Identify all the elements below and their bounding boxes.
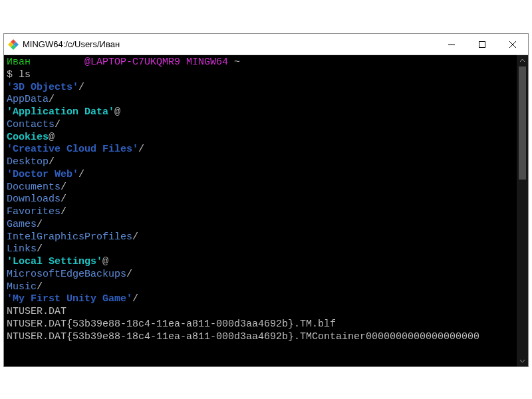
app-window: MINGW64:/c/Users/Иван Иван @LAPTOP-C7UKQ… (3, 33, 529, 367)
ls-item: Music (7, 281, 37, 293)
ls-suffix: / (37, 243, 43, 255)
ls-item: 'Doctor Web' (7, 169, 78, 180)
svg-rect-5 (479, 41, 485, 47)
ls-item: NTUSER.DAT{53b39e88-18c4-11ea-a811-000d3… (7, 331, 479, 342)
ls-row: 'Application Data'@ (7, 106, 514, 119)
ls-suffix: @ (114, 106, 120, 118)
ls-item: IntelGraphicsProfiles (7, 231, 132, 243)
prompt-symbol: $ (7, 69, 19, 80)
ls-row: AppData/ (7, 94, 514, 106)
prompt-env: MINGW64 (186, 57, 234, 68)
ls-suffix: / (49, 94, 55, 105)
ls-suffix: / (138, 144, 144, 155)
terminal[interactable]: Иван @LAPTOP-C7UKQMR9 MINGW64 ~$ ls'3D O… (4, 55, 517, 366)
ls-row: Cookies@ (7, 132, 514, 144)
ls-item: Links (7, 243, 37, 255)
scroll-up-button[interactable] (517, 55, 528, 66)
ls-suffix: / (132, 293, 138, 305)
ls-row: Music/ (7, 281, 514, 294)
ls-row: 'My First Unity Game'/ (7, 293, 514, 306)
ls-suffix: / (61, 182, 66, 193)
ls-item: '3D Objects' (7, 82, 78, 93)
command-text: ls (19, 69, 31, 80)
ls-item: 'Local Settings' (7, 256, 102, 267)
ls-item: NTUSER.DAT (7, 306, 66, 317)
window-controls (436, 34, 528, 55)
scroll-down-button[interactable] (517, 355, 528, 366)
ls-row: Games/ (7, 219, 514, 231)
prompt-cwd: ~ (234, 57, 240, 68)
scrollbar[interactable] (517, 55, 528, 366)
ls-suffix: @ (49, 132, 55, 143)
ls-row: NTUSER.DAT (7, 306, 514, 319)
ls-item: 'Creative Cloud Files' (7, 144, 138, 155)
ls-item: Favorites (7, 206, 61, 217)
prompt-user: Иван (7, 57, 84, 68)
ls-item: NTUSER.DAT{53b39e88-18c4-11ea-a811-000d3… (7, 319, 336, 330)
ls-suffix: / (126, 269, 132, 280)
ls-item: 'My First Unity Game' (7, 293, 132, 305)
ls-item: Downloads (7, 194, 61, 205)
ls-row: Documents/ (7, 182, 514, 194)
ls-item: Cookies (7, 132, 49, 143)
ls-item: MicrosoftEdgeBackups (7, 269, 126, 280)
ls-row: Contacts/ (7, 119, 514, 132)
ls-row: Downloads/ (7, 194, 514, 206)
ls-suffix: / (55, 119, 61, 130)
ls-row: 'Local Settings'@ (7, 256, 514, 269)
ls-suffix: @ (102, 256, 108, 267)
ls-suffix: / (132, 231, 138, 243)
ls-row: '3D Objects'/ (7, 82, 514, 94)
ls-row: Favorites/ (7, 206, 514, 219)
ls-item: Documents (7, 182, 61, 193)
chevron-up-icon (519, 58, 525, 64)
ls-suffix: / (49, 156, 55, 168)
scrollbar-thumb[interactable] (519, 66, 526, 180)
ls-item: Contacts (7, 119, 55, 130)
ls-suffix: / (37, 219, 43, 230)
minimize-button[interactable] (436, 34, 467, 55)
maximize-icon (479, 41, 485, 48)
ls-suffix: / (61, 206, 66, 217)
ls-row: IntelGraphicsProfiles/ (7, 231, 514, 244)
titlebar[interactable]: MINGW64:/c/Users/Иван (4, 34, 528, 55)
minimize-icon (448, 41, 455, 48)
close-button[interactable] (497, 34, 528, 55)
ls-item: Games (7, 219, 37, 230)
prompt-host: @LAPTOP-C7UKQMR9 (84, 57, 186, 68)
scrollbar-track[interactable] (517, 66, 528, 355)
ls-row: 'Creative Cloud Files'/ (7, 144, 514, 156)
ls-suffix: / (37, 281, 43, 293)
close-icon (509, 41, 516, 48)
ls-row: NTUSER.DAT{53b39e88-18c4-11ea-a811-000d3… (7, 319, 514, 331)
maximize-button[interactable] (467, 34, 497, 55)
ls-item: Desktop (7, 156, 49, 168)
ls-row: Desktop/ (7, 156, 514, 169)
window-title: MINGW64:/c/Users/Иван (23, 39, 436, 49)
ls-suffix: / (61, 194, 66, 205)
ls-item: 'Application Data' (7, 106, 114, 118)
command-line: $ ls (7, 69, 514, 82)
prompt-line: Иван @LAPTOP-C7UKQMR9 MINGW64 ~ (7, 57, 514, 69)
chevron-down-icon (519, 358, 525, 364)
ls-row: Links/ (7, 243, 514, 256)
app-icon (8, 39, 19, 50)
ls-suffix: / (78, 82, 84, 93)
terminal-area: Иван @LAPTOP-C7UKQMR9 MINGW64 ~$ ls'3D O… (4, 55, 528, 366)
ls-row: NTUSER.DAT{53b39e88-18c4-11ea-a811-000d3… (7, 331, 514, 344)
ls-item: AppData (7, 94, 49, 105)
ls-row: MicrosoftEdgeBackups/ (7, 269, 514, 281)
ls-suffix: / (78, 169, 84, 180)
ls-row: 'Doctor Web'/ (7, 169, 514, 182)
